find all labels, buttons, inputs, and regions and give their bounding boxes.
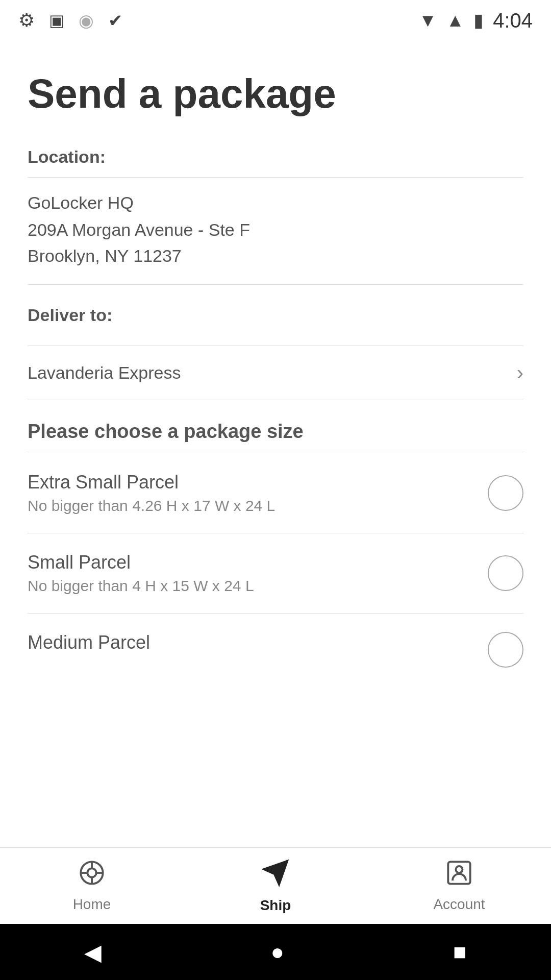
ship-label: Ship (260, 897, 291, 914)
ship-icon (261, 859, 290, 893)
nav-ship[interactable]: Ship (184, 859, 367, 914)
medium-name: Medium Parcel (28, 632, 478, 653)
home-icon (79, 860, 105, 892)
bottom-nav: Home Ship Account (0, 847, 551, 924)
extra-small-desc: No bigger than 4.26 H x 17 W x 24 L (28, 497, 478, 514)
home-label: Home (73, 896, 111, 913)
android-nav-bar: ◀ ● ■ (0, 924, 551, 980)
signal-icon: ▲ (446, 10, 465, 31)
small-info: Small Parcel No bigger than 4 H x 15 W x… (28, 552, 478, 595)
package-option-medium[interactable]: Medium Parcel (28, 614, 523, 668)
recent-button[interactable]: ■ (453, 939, 467, 965)
account-icon (446, 860, 472, 892)
extra-small-radio[interactable] (488, 475, 523, 511)
extra-small-info: Extra Small Parcel No bigger than 4.26 H… (28, 472, 478, 514)
battery-icon: ▮ (473, 10, 484, 31)
medium-info: Medium Parcel (28, 632, 478, 657)
location-address-2: Brooklyn, NY 11237 (28, 243, 523, 269)
status-bar-left: ⚙ ▣ ◉ ✔ (18, 10, 122, 31)
back-button[interactable]: ◀ (84, 939, 102, 965)
deliver-to-section: Deliver to: (28, 285, 523, 346)
settings-icon: ⚙ (18, 10, 35, 31)
small-name: Small Parcel (28, 552, 478, 573)
page-title: Send a package (28, 71, 523, 116)
check-icon: ✔ (108, 10, 122, 31)
chevron-right-icon: › (517, 361, 523, 384)
svg-point-1 (87, 868, 96, 877)
sdcard-icon: ▣ (49, 11, 64, 30)
package-option-small[interactable]: Small Parcel No bigger than 4 H x 15 W x… (28, 533, 523, 614)
package-size-section: Please choose a package size (28, 400, 523, 453)
nav-account[interactable]: Account (367, 860, 551, 913)
package-option-extra-small[interactable]: Extra Small Parcel No bigger than 4.26 H… (28, 453, 523, 533)
wifi-icon: ▼ (419, 10, 437, 31)
small-desc: No bigger than 4 H x 15 W x 24 L (28, 577, 478, 595)
home-button[interactable]: ● (270, 939, 284, 965)
circle-icon: ◉ (79, 10, 94, 31)
status-time: 4:04 (493, 9, 533, 32)
package-size-label: Please choose a package size (28, 421, 304, 442)
status-bar: ⚙ ▣ ◉ ✔ ▼ ▲ ▮ 4:04 (0, 0, 551, 41)
status-bar-right: ▼ ▲ ▮ 4:04 (419, 9, 533, 32)
main-content: Send a package Location: GoLocker HQ 209… (0, 41, 551, 668)
medium-radio[interactable] (488, 632, 523, 668)
deliver-to-row[interactable]: Lavanderia Express › (28, 346, 523, 400)
deliver-to-value: Lavanderia Express (28, 363, 181, 383)
location-block: GoLocker HQ 209A Morgan Avenue - Ste F B… (28, 178, 523, 285)
account-label: Account (433, 896, 485, 913)
svg-point-7 (456, 866, 463, 873)
nav-home[interactable]: Home (0, 860, 184, 913)
location-label: Location: (28, 147, 523, 167)
extra-small-name: Extra Small Parcel (28, 472, 478, 493)
location-address-1: 209A Morgan Avenue - Ste F (28, 217, 523, 243)
deliver-to-label: Deliver to: (28, 305, 523, 325)
location-name: GoLocker HQ (28, 193, 523, 213)
small-radio[interactable] (488, 555, 523, 591)
